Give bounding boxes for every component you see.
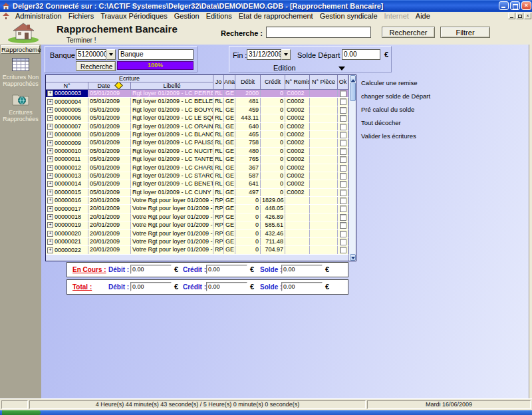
header-debit[interactable]: Débit <box>235 75 261 90</box>
ok-checkbox[interactable] <box>340 140 346 146</box>
banque-code-combo[interactable]: 51200000 <box>76 49 106 60</box>
total-solde-field[interactable] <box>281 282 323 291</box>
edition-dropdown-icon[interactable] <box>338 67 345 74</box>
table-row[interactable]: +0000002020/01/2009Votre Rgt pour loyer … <box>46 230 348 238</box>
expand-icon[interactable]: + <box>47 181 53 187</box>
ok-checkbox[interactable] <box>340 198 346 204</box>
terminer-link[interactable]: Terminer ! <box>66 37 96 44</box>
en-cours-solde-field[interactable] <box>281 265 323 274</box>
fin-combo-arrow-icon[interactable] <box>281 49 291 60</box>
header-jo[interactable]: Jo <box>213 75 224 90</box>
header-piece[interactable]: N° Pièce <box>310 75 338 90</box>
expand-icon[interactable]: + <box>47 198 53 204</box>
expand-icon[interactable]: + <box>47 190 53 196</box>
expand-icon[interactable]: + <box>47 156 53 162</box>
mdi-close-button[interactable]: × <box>524 13 531 19</box>
menu-item[interactable]: Etat de rapprochement <box>235 12 317 20</box>
expand-icon[interactable]: + <box>47 239 53 245</box>
menu-item[interactable]: Gestion syndicale <box>317 12 381 20</box>
start-button-sliver[interactable] <box>2 410 41 415</box>
tab-rapprochement[interactable]: Rapprochement <box>1 45 40 54</box>
ok-checkbox[interactable] <box>340 107 346 114</box>
expand-icon[interactable]: + <box>47 124 53 130</box>
table-row[interactable]: +0000000405/01/2009Rgt loyer 01/2009 - L… <box>46 98 348 106</box>
table-row[interactable]: +0000001505/01/2009Rgt loyer 01/2009 - L… <box>46 189 348 197</box>
ok-checkbox[interactable] <box>340 214 346 221</box>
banque-name-field[interactable]: Banque <box>118 49 194 60</box>
ok-checkbox[interactable] <box>340 165 346 172</box>
ok-checkbox[interactable] <box>340 222 346 229</box>
table-row[interactable]: +0000001620/01/2009Votre Rgt pour loyer … <box>46 197 348 205</box>
table-row[interactable]: +0000001305/01/2009Rgt loyer 01/2009 - L… <box>46 172 348 180</box>
menu-item[interactable]: Travaux Périodiques <box>97 12 170 20</box>
table-row[interactable]: +0000001920/01/2009Votre Rgt pour loyer … <box>46 221 348 229</box>
expand-icon[interactable]: + <box>47 222 53 228</box>
expand-icon[interactable]: + <box>47 148 53 154</box>
header-num[interactable]: N° <box>46 82 88 90</box>
ok-checkbox[interactable] <box>340 206 346 212</box>
table-row[interactable]: +0000000705/01/2009Rgt loyer 01/2009 - L… <box>46 123 348 131</box>
ok-checkbox[interactable] <box>340 239 346 245</box>
scroll-up-icon[interactable] <box>350 75 356 82</box>
expand-icon[interactable]: + <box>47 90 53 96</box>
expand-icon[interactable]: + <box>47 231 53 237</box>
menu-item[interactable]: Administration <box>12 12 65 20</box>
table-row[interactable]: +0000001820/01/2009Votre Rgt pour loyer … <box>46 213 348 221</box>
menu-item[interactable]: Gestion <box>171 12 203 20</box>
folder-globe-icon[interactable] <box>12 92 29 106</box>
banque-combo-arrow-icon[interactable] <box>106 49 116 60</box>
ok-checkbox[interactable] <box>340 156 346 163</box>
en-cours-debit-field[interactable] <box>130 265 172 274</box>
expand-icon[interactable]: + <box>47 115 53 121</box>
ok-checkbox[interactable] <box>340 247 346 253</box>
ok-checkbox[interactable] <box>340 181 346 188</box>
table-row[interactable]: +0000000805/01/2009Rgt loyer 01/2009 - L… <box>46 131 348 139</box>
table-row[interactable]: +0000002120/01/2009Votre Rgt pour loyer … <box>46 238 348 246</box>
expand-icon[interactable]: + <box>47 206 53 212</box>
sort-icon[interactable] <box>114 82 123 90</box>
mdi-restore-button[interactable] <box>516 13 523 19</box>
total-debit-field[interactable] <box>130 282 172 291</box>
expand-icon[interactable]: + <box>47 247 53 253</box>
fin-date-combo[interactable]: 31/12/2009 <box>247 49 281 60</box>
ok-checkbox[interactable] <box>340 90 346 97</box>
en-cours-credit-field[interactable] <box>206 265 247 274</box>
search-input[interactable] <box>266 27 371 38</box>
rechercher-button[interactable]: Rechercher <box>382 27 435 38</box>
table-row[interactable]: +0000001105/01/2009Rgt loyer 01/2009 - L… <box>46 156 348 164</box>
menu-item[interactable]: Aide <box>412 12 434 20</box>
table-row[interactable]: +0000000905/01/2009Rgt loyer 01/2009 - L… <box>46 139 348 147</box>
action-link[interactable]: Pré calcul du solde <box>361 106 494 113</box>
ok-checkbox[interactable] <box>340 173 346 180</box>
total-credit-field[interactable] <box>206 282 247 291</box>
sidebar-item-ecritures-non-rapprochees[interactable]: Ecritures Non Rapprochées <box>0 74 41 87</box>
table-row[interactable]: +0000001405/01/2009Rgt loyer 01/2009 - L… <box>46 180 348 188</box>
filtrer-button[interactable]: Filtrer <box>440 27 490 38</box>
header-ecriture[interactable]: Ecriture <box>46 75 213 82</box>
restore-button[interactable] <box>510 1 520 10</box>
ok-checkbox[interactable] <box>340 115 346 122</box>
ok-checkbox[interactable] <box>340 132 346 138</box>
ok-checkbox[interactable] <box>340 98 346 105</box>
header-date[interactable]: Date <box>88 82 131 90</box>
recherche-button[interactable]: Recherche <box>76 61 116 71</box>
table-row[interactable]: +0000001005/01/2009Rgt loyer 01/2009 - L… <box>46 148 348 156</box>
header-libelle[interactable]: Libellé <box>131 82 213 90</box>
vertical-scrollbar[interactable] <box>348 75 356 261</box>
expand-icon[interactable]: + <box>47 107 53 113</box>
expand-icon[interactable]: + <box>47 165 53 171</box>
ok-checkbox[interactable] <box>340 148 346 155</box>
header-ana[interactable]: Ana <box>224 75 235 90</box>
close-button[interactable]: × <box>521 1 531 10</box>
menu-item[interactable]: Internet <box>381 12 412 20</box>
expand-icon[interactable]: + <box>47 173 53 179</box>
scrollbar-thumb[interactable] <box>350 82 356 101</box>
action-link[interactable]: Tout décocher <box>361 119 494 126</box>
expand-icon[interactable]: + <box>47 99 53 105</box>
menu-item[interactable]: Editions <box>203 12 235 20</box>
minimize-button[interactable] <box>499 1 509 10</box>
ok-checkbox[interactable] <box>340 190 346 196</box>
table-row[interactable]: +0000001205/01/2009Rgt loyer 01/2009 - L… <box>46 164 348 172</box>
expand-icon[interactable]: + <box>47 140 53 146</box>
ok-checkbox[interactable] <box>340 124 346 130</box>
